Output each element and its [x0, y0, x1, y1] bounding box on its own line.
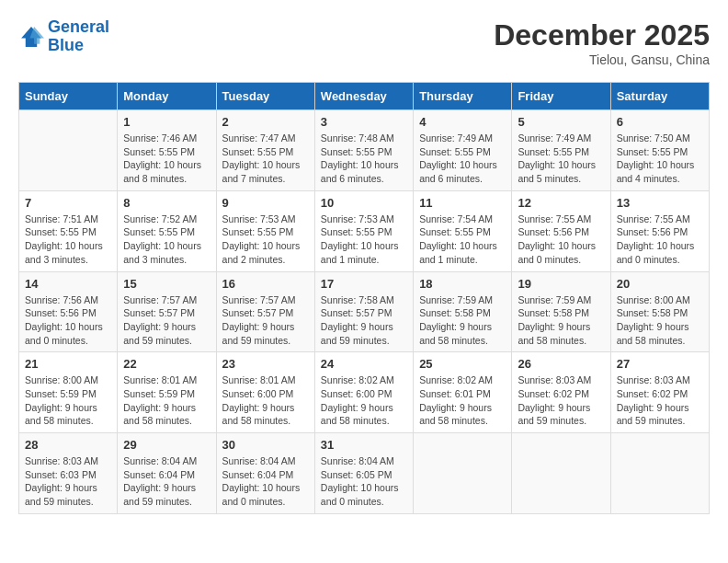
day-info: Sunrise: 7:47 AMSunset: 5:55 PMDaylight:…: [222, 132, 309, 186]
day-info: Sunrise: 7:52 AMSunset: 5:55 PMDaylight:…: [123, 213, 210, 267]
day-number: 9: [222, 196, 309, 210]
day-info: Sunrise: 7:48 AMSunset: 5:55 PMDaylight:…: [321, 132, 407, 186]
weekday-header-thursday: Thursday: [414, 83, 512, 110]
calendar-cell: 7Sunrise: 7:51 AMSunset: 5:55 PMDaylight…: [19, 190, 118, 271]
day-info: Sunrise: 7:50 AMSunset: 5:55 PMDaylight:…: [617, 132, 703, 186]
calendar-cell: 1Sunrise: 7:46 AMSunset: 5:55 PMDaylight…: [118, 110, 216, 191]
calendar-cell: 12Sunrise: 7:55 AMSunset: 5:56 PMDayligh…: [512, 190, 610, 271]
day-number: 24: [321, 357, 407, 371]
day-info: Sunrise: 7:53 AMSunset: 5:55 PMDaylight:…: [222, 213, 309, 267]
day-number: 27: [617, 357, 703, 371]
month-title: December 2025: [494, 18, 710, 52]
calendar-cell: 4Sunrise: 7:49 AMSunset: 5:55 PMDaylight…: [414, 110, 512, 191]
calendar-week-row: 1Sunrise: 7:46 AMSunset: 5:55 PMDaylight…: [19, 110, 710, 191]
day-info: Sunrise: 8:02 AMSunset: 6:00 PMDaylight:…: [321, 373, 407, 428]
day-info: Sunrise: 7:57 AMSunset: 5:57 PMDaylight:…: [123, 293, 210, 348]
day-number: 26: [518, 357, 604, 371]
logo-icon: [18, 24, 44, 50]
day-info: Sunrise: 8:03 AMSunset: 6:03 PMDaylight:…: [25, 454, 111, 509]
day-number: 2: [222, 115, 309, 129]
day-number: 3: [321, 115, 407, 129]
calendar-week-row: 14Sunrise: 7:56 AMSunset: 5:56 PMDayligh…: [19, 271, 710, 352]
weekday-header-monday: Monday: [118, 83, 216, 110]
title-block: December 2025 Tielou, Gansu, China: [494, 18, 710, 67]
day-info: Sunrise: 7:51 AMSunset: 5:55 PMDaylight:…: [25, 213, 111, 267]
calendar-cell: 16Sunrise: 7:57 AMSunset: 5:57 PMDayligh…: [216, 271, 314, 352]
day-info: Sunrise: 7:49 AMSunset: 5:55 PMDaylight:…: [419, 132, 506, 186]
day-info: Sunrise: 8:00 AMSunset: 5:59 PMDaylight:…: [25, 373, 111, 428]
calendar-cell: 19Sunrise: 7:59 AMSunset: 5:58 PMDayligh…: [512, 271, 610, 352]
day-number: 10: [321, 196, 407, 210]
calendar-cell: [19, 110, 118, 191]
day-number: 28: [25, 438, 111, 452]
calendar-cell: 29Sunrise: 8:04 AMSunset: 6:04 PMDayligh…: [118, 433, 216, 514]
day-info: Sunrise: 7:59 AMSunset: 5:58 PMDaylight:…: [518, 293, 604, 348]
day-info: Sunrise: 7:59 AMSunset: 5:58 PMDaylight:…: [419, 293, 506, 348]
day-info: Sunrise: 8:02 AMSunset: 6:01 PMDaylight:…: [419, 373, 506, 428]
weekday-header-wednesday: Wednesday: [314, 83, 413, 110]
calendar-body: 1Sunrise: 7:46 AMSunset: 5:55 PMDaylight…: [19, 110, 710, 514]
calendar-cell: [512, 433, 610, 514]
calendar-cell: 17Sunrise: 7:58 AMSunset: 5:57 PMDayligh…: [314, 271, 413, 352]
day-number: 13: [617, 196, 703, 210]
day-info: Sunrise: 8:00 AMSunset: 5:58 PMDaylight:…: [617, 293, 703, 348]
logo: General Blue: [18, 18, 109, 55]
day-info: Sunrise: 7:58 AMSunset: 5:57 PMDaylight:…: [321, 293, 407, 348]
calendar-cell: 13Sunrise: 7:55 AMSunset: 5:56 PMDayligh…: [610, 190, 709, 271]
calendar-header: SundayMondayTuesdayWednesdayThursdayFrid…: [19, 83, 710, 110]
calendar-cell: 6Sunrise: 7:50 AMSunset: 5:55 PMDaylight…: [610, 110, 709, 191]
calendar-cell: 26Sunrise: 8:03 AMSunset: 6:02 PMDayligh…: [512, 352, 610, 433]
day-number: 29: [123, 438, 210, 452]
day-number: 7: [25, 196, 111, 210]
calendar-cell: 23Sunrise: 8:01 AMSunset: 6:00 PMDayligh…: [216, 352, 314, 433]
calendar-cell: 25Sunrise: 8:02 AMSunset: 6:01 PMDayligh…: [414, 352, 512, 433]
day-number: 12: [518, 196, 604, 210]
day-number: 4: [419, 115, 506, 129]
day-info: Sunrise: 7:55 AMSunset: 5:56 PMDaylight:…: [518, 213, 604, 267]
calendar-cell: 10Sunrise: 7:53 AMSunset: 5:55 PMDayligh…: [314, 190, 413, 271]
calendar-cell: 9Sunrise: 7:53 AMSunset: 5:55 PMDaylight…: [216, 190, 314, 271]
day-info: Sunrise: 7:56 AMSunset: 5:56 PMDaylight:…: [25, 293, 111, 348]
calendar-week-row: 7Sunrise: 7:51 AMSunset: 5:55 PMDaylight…: [19, 190, 710, 271]
day-info: Sunrise: 8:01 AMSunset: 5:59 PMDaylight:…: [123, 373, 210, 428]
calendar-cell: [610, 433, 709, 514]
logo-line2: Blue: [48, 36, 84, 54]
day-info: Sunrise: 8:03 AMSunset: 6:02 PMDaylight:…: [617, 373, 703, 428]
day-number: 1: [123, 115, 210, 129]
day-number: 15: [123, 277, 210, 291]
weekday-header-friday: Friday: [512, 83, 610, 110]
calendar-cell: 30Sunrise: 8:04 AMSunset: 6:04 PMDayligh…: [216, 433, 314, 514]
calendar-cell: 21Sunrise: 8:00 AMSunset: 5:59 PMDayligh…: [19, 352, 118, 433]
weekday-header-saturday: Saturday: [610, 83, 709, 110]
day-info: Sunrise: 7:57 AMSunset: 5:57 PMDaylight:…: [222, 293, 309, 348]
calendar-cell: 5Sunrise: 7:49 AMSunset: 5:55 PMDaylight…: [512, 110, 610, 191]
day-number: 31: [321, 438, 407, 452]
day-number: 17: [321, 277, 407, 291]
calendar-cell: 15Sunrise: 7:57 AMSunset: 5:57 PMDayligh…: [118, 271, 216, 352]
weekday-header-sunday: Sunday: [19, 83, 118, 110]
day-number: 22: [123, 357, 210, 371]
day-info: Sunrise: 8:03 AMSunset: 6:02 PMDaylight:…: [518, 373, 604, 428]
day-number: 21: [25, 357, 111, 371]
day-info: Sunrise: 7:53 AMSunset: 5:55 PMDaylight:…: [321, 213, 407, 267]
logo-line1: General: [48, 17, 109, 36]
calendar-cell: [414, 433, 512, 514]
day-info: Sunrise: 7:55 AMSunset: 5:56 PMDaylight:…: [617, 213, 703, 267]
day-number: 5: [518, 115, 604, 129]
calendar-cell: 20Sunrise: 8:00 AMSunset: 5:58 PMDayligh…: [610, 271, 709, 352]
calendar-cell: 31Sunrise: 8:04 AMSunset: 6:05 PMDayligh…: [314, 433, 413, 514]
location-subtitle: Tielou, Gansu, China: [494, 52, 710, 67]
day-info: Sunrise: 7:54 AMSunset: 5:55 PMDaylight:…: [419, 213, 506, 267]
day-info: Sunrise: 8:01 AMSunset: 6:00 PMDaylight:…: [222, 373, 309, 428]
day-number: 11: [419, 196, 506, 210]
page-header: General Blue December 2025 Tielou, Gansu…: [18, 18, 710, 67]
day-number: 16: [222, 277, 309, 291]
day-number: 8: [123, 196, 210, 210]
day-number: 14: [25, 277, 111, 291]
day-number: 23: [222, 357, 309, 371]
day-info: Sunrise: 7:46 AMSunset: 5:55 PMDaylight:…: [123, 132, 210, 186]
calendar-cell: 8Sunrise: 7:52 AMSunset: 5:55 PMDaylight…: [118, 190, 216, 271]
calendar-cell: 14Sunrise: 7:56 AMSunset: 5:56 PMDayligh…: [19, 271, 118, 352]
day-info: Sunrise: 8:04 AMSunset: 6:04 PMDaylight:…: [123, 454, 210, 509]
day-number: 20: [617, 277, 703, 291]
